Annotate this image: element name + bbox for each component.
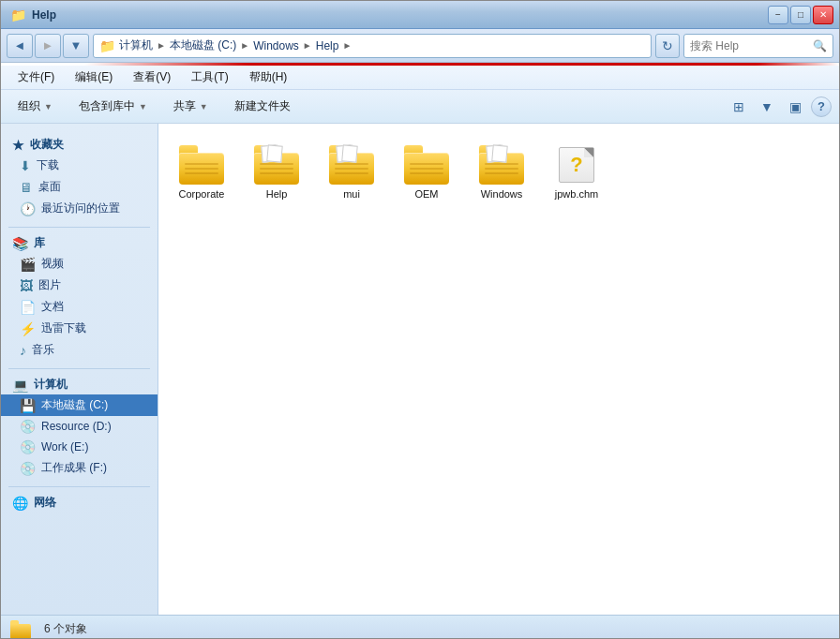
sidebar-item-result-f[interactable]: 💿 工作成果 (F:) (1, 457, 158, 479)
share-button[interactable]: 共享 ▼ (164, 94, 218, 120)
jpwb-file-icon: ? (554, 145, 599, 185)
path-windows[interactable]: Windows (253, 39, 299, 52)
include-library-button[interactable]: 包含到库中 ▼ (69, 94, 157, 120)
sidebar-item-music[interactable]: ♪ 音乐 (1, 339, 158, 361)
windows-folder-icon (479, 145, 524, 185)
refresh-button[interactable]: ↻ (655, 34, 680, 58)
path-local-c[interactable]: 本地磁盘 (C:) (170, 37, 236, 53)
computer-label: 计算机 (34, 377, 68, 393)
path-icon: 📁 (99, 38, 115, 53)
address-path[interactable]: 📁 计算机 ► 本地磁盘 (C:) ► Windows ► Help ► (93, 34, 652, 58)
search-input[interactable] (690, 39, 809, 52)
forward-button[interactable]: ► (35, 34, 61, 58)
sidebar-item-images[interactable]: 🖼 图片 (1, 275, 158, 296)
preview-pane-button[interactable]: ▣ (783, 96, 807, 118)
music-icon: ♪ (20, 343, 26, 358)
menu-edit[interactable]: 编辑(E) (66, 67, 122, 87)
sidebar-section-network: 🌐 网络 (1, 491, 158, 513)
sidebar-item-docs[interactable]: 📄 文档 (1, 296, 158, 318)
oem-folder-icon (404, 145, 449, 185)
sidebar-item-work-e[interactable]: 💿 Work (E:) (1, 437, 158, 457)
path-help[interactable]: Help (316, 39, 339, 52)
title-bar-left: 📁 Help (10, 7, 56, 22)
help-button[interactable]: ? (811, 97, 832, 117)
main-area: ★ 收藏夹 ⬇ 下载 🖥 桌面 🕐 最近访问的位置 📚 库 (1, 124, 839, 615)
file-oem[interactable]: OEM (393, 139, 460, 207)
windows-name: Windows (481, 188, 523, 201)
include-library-label: 包含到库中 (79, 98, 135, 114)
library-icon: 📚 (12, 236, 28, 251)
dropdown-button[interactable]: ▼ (63, 34, 89, 58)
sidebar-item-downloads[interactable]: ⬇ 下载 (1, 155, 158, 176)
path-sep-2: ► (240, 40, 249, 51)
file-mui[interactable]: mui (318, 139, 385, 207)
sidebar-section-computer: 💻 计算机 💾 本地磁盘 (C:) 💿 Resource (D:) 💿 Work… (1, 373, 158, 479)
menu-tools[interactable]: 工具(T) (182, 67, 237, 87)
help-folder-icon (254, 145, 299, 185)
status-text: 6 个对象 (44, 621, 87, 637)
sidebar-heading-network: 🌐 网络 (1, 491, 158, 513)
music-label: 音乐 (32, 342, 54, 358)
file-help[interactable]: Help (243, 139, 310, 207)
share-label: 共享 (173, 98, 196, 114)
close-button[interactable]: ✕ (813, 6, 833, 24)
sidebar-item-resource-d[interactable]: 💿 Resource (D:) (1, 416, 158, 437)
view-dropdown-button[interactable]: ▼ (755, 96, 779, 118)
thunder-label: 迅雷下载 (41, 320, 86, 336)
sidebar-item-recent[interactable]: 🕐 最近访问的位置 (1, 198, 158, 219)
work-e-label: Work (E:) (41, 440, 88, 453)
result-f-label: 工作成果 (F:) (41, 460, 107, 476)
menu-file[interactable]: 文件(F) (8, 67, 64, 87)
thunder-icon: ⚡ (20, 321, 36, 336)
work-e-icon: 💿 (20, 439, 36, 454)
search-box[interactable]: 🔍 (683, 34, 833, 58)
resource-d-label: Resource (D:) (41, 420, 112, 433)
file-jpwb[interactable]: ? jpwb.chm (543, 139, 610, 207)
new-folder-button[interactable]: 新建文件夹 (225, 94, 300, 120)
sidebar-item-desktop[interactable]: 🖥 桌面 (1, 176, 158, 198)
downloads-icon: ⬇ (20, 158, 31, 173)
jpwb-name: jpwb.chm (555, 188, 598, 201)
path-computer[interactable]: 计算机 (119, 37, 153, 53)
video-label: 视频 (41, 256, 64, 272)
share-arrow: ▼ (200, 102, 208, 111)
title-bar: 📁 Help − □ ✕ (1, 1, 839, 29)
network-icon: 🌐 (12, 496, 28, 511)
network-label: 网络 (34, 495, 56, 511)
sidebar-divider-1 (8, 227, 150, 228)
sidebar-heading-library: 📚 库 (1, 231, 158, 253)
window-title: Help (32, 8, 56, 22)
sidebar-item-video[interactable]: 🎬 视频 (1, 253, 158, 275)
sidebar-item-thunder[interactable]: ⚡ 迅雷下载 (1, 318, 158, 339)
window-controls: − □ ✕ (768, 6, 833, 24)
maximize-button[interactable]: □ (790, 6, 811, 24)
favorites-label: 收藏夹 (30, 137, 64, 153)
organize-button[interactable]: 组织 ▼ (8, 94, 62, 120)
address-underline (1, 63, 839, 66)
desktop-icon: 🖥 (20, 180, 33, 195)
sidebar-item-local-c[interactable]: 💾 本地磁盘 (C:) (1, 394, 158, 416)
images-label: 图片 (38, 277, 61, 293)
sidebar-section-favorites: ★ 收藏夹 ⬇ 下载 🖥 桌面 🕐 最近访问的位置 (1, 133, 158, 219)
path-sep-4: ► (342, 40, 352, 51)
local-c-label: 本地磁盘 (C:) (41, 397, 108, 413)
minimize-button[interactable]: − (768, 6, 788, 24)
menu-help[interactable]: 帮助(H) (240, 67, 297, 87)
computer-icon: 💻 (12, 378, 28, 393)
back-button[interactable]: ◄ (7, 34, 33, 58)
chm-corner-fill (584, 148, 593, 157)
sidebar: ★ 收藏夹 ⬇ 下载 🖥 桌面 🕐 最近访问的位置 📚 库 (1, 124, 158, 615)
include-library-arrow: ▼ (139, 102, 147, 111)
desktop-label: 桌面 (38, 179, 61, 195)
file-corporate[interactable]: Corporate (168, 139, 235, 207)
favorites-icon: ★ (12, 138, 24, 153)
downloads-label: 下载 (37, 157, 59, 173)
folder-icon-title: 📁 (10, 7, 26, 22)
view-tiles-button[interactable]: ⊞ (727, 96, 751, 118)
search-icon: 🔍 (813, 39, 827, 52)
oem-name: OEM (414, 188, 438, 201)
path-sep-3: ► (303, 40, 312, 51)
menu-view[interactable]: 查看(V) (124, 67, 180, 87)
toolbar: 组织 ▼ 包含到库中 ▼ 共享 ▼ 新建文件夹 ⊞ ▼ ▣ ? (1, 90, 839, 124)
file-windows[interactable]: Windows (468, 139, 535, 207)
